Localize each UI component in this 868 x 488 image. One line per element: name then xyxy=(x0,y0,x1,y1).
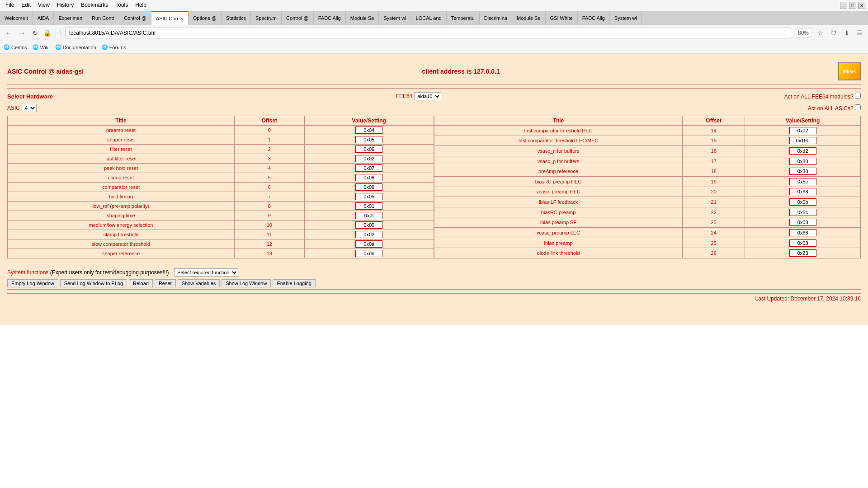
left-row-value[interactable] xyxy=(304,202,434,211)
tab-options[interactable]: Options @ xyxy=(189,11,222,25)
right-value-input-0[interactable] xyxy=(789,127,816,134)
left-value-input-5[interactable] xyxy=(355,174,382,181)
tab-welcome[interactable]: Welcome t xyxy=(0,11,33,25)
bookmark-wiki[interactable]: 🌐 Wiki xyxy=(33,44,50,50)
right-value-input-1[interactable] xyxy=(789,137,816,144)
left-value-input-4[interactable] xyxy=(355,164,382,172)
tab-experiment[interactable]: Experimen xyxy=(54,11,87,25)
left-row-value[interactable] xyxy=(304,249,434,258)
right-value-input-12[interactable] xyxy=(789,249,816,257)
left-value-input-13[interactable] xyxy=(355,250,382,257)
left-value-input-12[interactable] xyxy=(355,240,382,248)
menu-help[interactable]: Help xyxy=(132,1,150,10)
star-button[interactable]: ☆ xyxy=(816,28,825,38)
tab-discrimina[interactable]: Discrimina xyxy=(480,11,512,25)
menu-edit[interactable]: Edit xyxy=(18,1,34,10)
back-button[interactable]: ← xyxy=(4,28,14,38)
tab-control1[interactable]: Control @ xyxy=(119,11,151,25)
left-value-input-11[interactable] xyxy=(355,231,382,238)
tab-local-and[interactable]: LOCAL and xyxy=(411,11,447,25)
bookmark-centos[interactable]: 🌐 Centos xyxy=(4,44,27,50)
tab-gsi-white[interactable]: GSI White xyxy=(546,11,578,25)
send-log-button[interactable]: Send Log Window to ELog xyxy=(60,279,127,287)
tab-aida[interactable]: AIDA xyxy=(33,11,54,25)
left-row-value[interactable] xyxy=(304,230,434,239)
download-button[interactable]: ⬇ xyxy=(842,28,851,38)
menu-tools[interactable]: Tools xyxy=(112,1,132,10)
bookmark-forums[interactable]: 🌐 Forums xyxy=(102,44,126,50)
left-row-value[interactable] xyxy=(304,183,434,192)
right-value-input-8[interactable] xyxy=(789,209,816,216)
right-value-input-9[interactable] xyxy=(789,219,816,226)
fee64-dropdown[interactable]: aida10 xyxy=(414,92,441,100)
left-value-input-0[interactable] xyxy=(355,127,382,134)
act-all-asics-checkbox[interactable] xyxy=(855,104,861,110)
left-row-value[interactable] xyxy=(304,145,434,154)
close-button[interactable]: ✕ xyxy=(858,2,865,9)
left-value-input-1[interactable] xyxy=(355,136,382,143)
show-variables-button[interactable]: Show Variables xyxy=(178,279,220,287)
left-row-value[interactable] xyxy=(304,239,434,249)
tab-fadc-align1[interactable]: FADC Alig xyxy=(314,11,346,25)
menu-button[interactable]: ☰ xyxy=(855,28,864,38)
reset-button[interactable]: Reset xyxy=(155,279,176,287)
right-row-value[interactable] xyxy=(745,207,861,217)
left-row-value[interactable] xyxy=(304,164,434,173)
tab-asic-control[interactable]: ASIC Con ✕ xyxy=(151,11,189,25)
left-row-value[interactable] xyxy=(304,173,434,183)
tab-control2[interactable]: Control @ xyxy=(282,11,314,25)
left-row-value[interactable] xyxy=(304,135,434,145)
asic-dropdown[interactable]: 4 xyxy=(22,104,37,112)
right-value-input-2[interactable] xyxy=(789,147,816,155)
tab-temperature[interactable]: Temperatu xyxy=(447,11,480,25)
left-row-value[interactable] xyxy=(304,154,434,164)
reload-nav-button[interactable]: ↻ xyxy=(31,28,40,38)
right-value-input-7[interactable] xyxy=(789,198,816,206)
tab-statistics[interactable]: Statistics xyxy=(222,11,251,25)
right-value-input-5[interactable] xyxy=(789,178,816,185)
menu-file[interactable]: File xyxy=(2,1,18,10)
reload-button[interactable]: Reload xyxy=(129,279,153,287)
left-value-input-10[interactable] xyxy=(355,221,382,229)
left-value-input-9[interactable] xyxy=(355,212,382,219)
left-row-value[interactable] xyxy=(304,221,434,230)
tab-fadc-align2[interactable]: FADC Alig xyxy=(578,11,610,25)
left-row-value[interactable] xyxy=(304,211,434,221)
minimize-button[interactable]: — xyxy=(840,2,847,9)
act-all-fee64-checkbox[interactable] xyxy=(855,93,861,99)
right-value-input-6[interactable] xyxy=(789,188,816,195)
right-row-value[interactable] xyxy=(745,177,861,187)
tab-spectrum[interactable]: Spectrum xyxy=(251,11,282,25)
menu-history[interactable]: History xyxy=(53,1,77,10)
right-row-value[interactable] xyxy=(745,146,861,156)
tab-run-control[interactable]: Run Contr xyxy=(87,11,119,25)
menu-view[interactable]: View xyxy=(34,1,53,10)
address-input[interactable] xyxy=(65,28,791,38)
right-value-input-11[interactable] xyxy=(789,239,816,247)
forward-button[interactable]: → xyxy=(17,28,27,38)
right-value-input-3[interactable] xyxy=(789,158,816,165)
enable-logging-button[interactable]: Enable Logging xyxy=(273,279,315,287)
right-row-value[interactable] xyxy=(745,248,861,258)
tab-system-wi2[interactable]: System wi xyxy=(610,11,642,25)
right-row-value[interactable] xyxy=(745,217,861,228)
right-row-value[interactable] xyxy=(745,156,861,166)
left-row-value[interactable] xyxy=(304,126,434,135)
shield-button[interactable]: 🛡 xyxy=(829,28,839,38)
right-row-value[interactable] xyxy=(745,166,861,177)
left-value-input-6[interactable] xyxy=(355,183,382,191)
right-row-value[interactable] xyxy=(745,187,861,197)
right-row-value[interactable] xyxy=(745,238,861,248)
right-row-value[interactable] xyxy=(745,126,861,136)
left-value-input-7[interactable] xyxy=(355,193,382,200)
right-row-value[interactable] xyxy=(745,136,861,146)
tab-module-se1[interactable]: Module Se xyxy=(346,11,379,25)
left-value-input-3[interactable] xyxy=(355,155,382,162)
tab-system-wi1[interactable]: System wi xyxy=(379,11,411,25)
right-value-input-10[interactable] xyxy=(789,229,816,236)
left-value-input-2[interactable] xyxy=(355,145,382,153)
right-value-input-4[interactable] xyxy=(789,168,816,175)
tab-close-icon[interactable]: ✕ xyxy=(180,16,184,21)
bookmark-documentation[interactable]: 🌐 Documentation xyxy=(55,44,96,50)
show-log-window-button[interactable]: Show Log Window xyxy=(222,279,271,287)
